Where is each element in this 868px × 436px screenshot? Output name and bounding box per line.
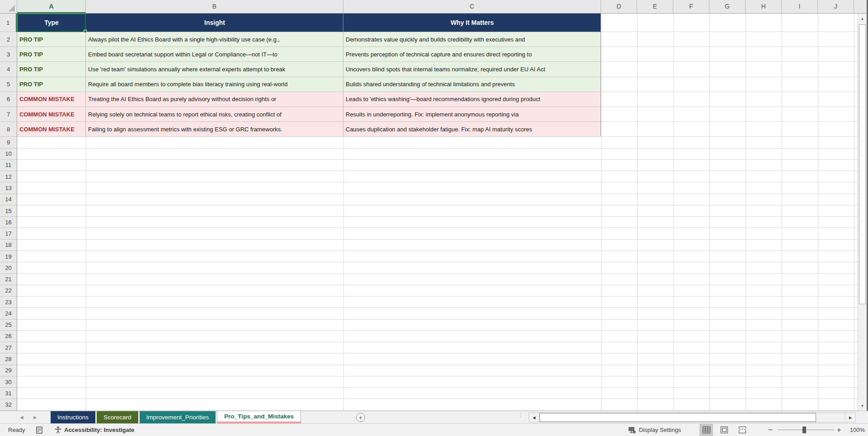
- horizontal-scrollbar-thumb[interactable]: [540, 413, 816, 422]
- column-header-f[interactable]: F: [673, 0, 709, 13]
- column-header-i[interactable]: I: [782, 0, 818, 13]
- column-header-e[interactable]: E: [637, 0, 673, 13]
- row-header-24[interactable]: 24: [0, 308, 17, 319]
- cell-type[interactable]: PRO TIP: [17, 77, 86, 92]
- display-settings-button[interactable]: Display Settings: [628, 424, 681, 436]
- row-header-2[interactable]: 2: [0, 32, 17, 47]
- vertical-scrollbar[interactable]: ▲ ▼: [858, 14, 867, 411]
- row-header-12[interactable]: 12: [0, 171, 17, 182]
- row-header-4[interactable]: 4: [0, 62, 17, 77]
- row-header-14[interactable]: 14: [0, 194, 17, 205]
- grid-row-31[interactable]: [17, 388, 858, 399]
- scroll-left-icon[interactable]: ◀: [529, 413, 540, 422]
- grid-row-23[interactable]: [17, 297, 858, 308]
- cell-type[interactable]: COMMON MISTAKE: [17, 92, 86, 107]
- row-header-23[interactable]: 23: [0, 297, 17, 308]
- row-header-16[interactable]: 16: [0, 217, 17, 228]
- grid-row-26[interactable]: [17, 331, 858, 342]
- row-header-5[interactable]: 5: [0, 77, 17, 92]
- grid-row-29[interactable]: [17, 365, 858, 376]
- sheet-nav-right-icon[interactable]: ▶: [33, 411, 37, 423]
- grid-row-25[interactable]: [17, 320, 858, 331]
- grid-row-12[interactable]: [17, 171, 858, 182]
- cell-type[interactable]: PRO TIP: [17, 32, 86, 46]
- column-header-j[interactable]: J: [818, 0, 854, 13]
- row-header-15[interactable]: 15: [0, 205, 17, 217]
- grid-row-27[interactable]: [17, 342, 858, 353]
- cell-type[interactable]: PRO TIP: [17, 62, 86, 76]
- page-break-preview-button[interactable]: [736, 424, 749, 436]
- zoom-level[interactable]: 100%: [846, 424, 865, 436]
- row-header-25[interactable]: 25: [0, 320, 17, 331]
- row-header-11[interactable]: 11: [0, 160, 17, 171]
- cell-type[interactable]: COMMON MISTAKE: [17, 107, 86, 121]
- cell-why-it-matters[interactable]: Prevents perception of technical capture…: [343, 47, 601, 61]
- column-header-a[interactable]: A: [17, 0, 86, 13]
- normal-view-button[interactable]: [699, 424, 713, 436]
- scroll-up-icon[interactable]: ▲: [858, 14, 867, 23]
- row-header-1[interactable]: 1: [0, 14, 17, 32]
- grid-row-10[interactable]: [17, 148, 858, 160]
- cell-why-it-matters[interactable]: Causes duplication and stakeholder fatig…: [343, 122, 601, 136]
- row-header-17[interactable]: 17: [0, 228, 17, 239]
- grid-row-16[interactable]: [17, 217, 858, 228]
- header-cell-type[interactable]: Type: [17, 14, 86, 32]
- cell-insight[interactable]: Failing to align assessment metrics with…: [86, 122, 343, 136]
- cell-insight[interactable]: Require all board members to complete bi…: [86, 77, 343, 92]
- row-header-22[interactable]: 22: [0, 285, 17, 297]
- sheet-tab-pro_tips_and_mistakes[interactable]: Pro_Tips_and_Mistakes: [217, 411, 301, 423]
- sheet-tab-improvement_priorities[interactable]: Improvement_Priorities: [140, 411, 216, 423]
- header-cell-why-it-matters[interactable]: Why It Matters: [343, 14, 601, 32]
- grid-row-30[interactable]: [17, 376, 858, 388]
- vertical-scrollbar-thumb[interactable]: [859, 24, 866, 304]
- grid-row-22[interactable]: [17, 285, 858, 297]
- row-header-13[interactable]: 13: [0, 182, 17, 194]
- sheet-tab-scorecard[interactable]: Scorecard: [97, 411, 138, 423]
- row-header-29[interactable]: 29: [0, 365, 17, 376]
- row-header-18[interactable]: 18: [0, 240, 17, 251]
- cell-why-it-matters[interactable]: Leads to 'ethics washing'—board recommen…: [343, 92, 601, 107]
- cell-why-it-matters[interactable]: Uncovers blind spots that internal teams…: [343, 62, 601, 76]
- zoom-out-button[interactable]: −: [768, 424, 773, 436]
- grid-row-19[interactable]: [17, 251, 858, 262]
- cell-why-it-matters[interactable]: Builds shared understanding of technical…: [343, 77, 601, 92]
- cell-insight[interactable]: Relying solely on technical teams to rep…: [86, 107, 343, 121]
- grid-row-21[interactable]: [17, 274, 858, 285]
- cell-insight[interactable]: Always pilot the AI Ethics Board with a …: [86, 32, 343, 46]
- cell-type[interactable]: COMMON MISTAKE: [17, 122, 86, 136]
- horizontal-scrollbar[interactable]: ◀ ▶: [529, 413, 856, 422]
- row-header-7[interactable]: 7: [0, 107, 17, 122]
- cell-why-it-matters[interactable]: Demonstrates value quickly and builds cr…: [343, 32, 601, 46]
- row-header-6[interactable]: 6: [0, 92, 17, 107]
- add-sheet-button[interactable]: +: [356, 413, 365, 422]
- grid-row-11[interactable]: [17, 160, 858, 171]
- cell-why-it-matters[interactable]: Results in underreporting. Fix: implemen…: [343, 107, 601, 121]
- scroll-down-icon[interactable]: ▼: [858, 401, 867, 411]
- sheet-tab-instructions[interactable]: Instructions: [51, 411, 95, 423]
- cell-insight[interactable]: Embed board secretariat support within L…: [86, 47, 343, 61]
- zoom-in-button[interactable]: +: [837, 424, 841, 436]
- row-header-21[interactable]: 21: [0, 274, 17, 285]
- cell-insight[interactable]: Use 'red team' simulations annually wher…: [86, 62, 343, 76]
- macro-record-icon[interactable]: [36, 424, 42, 436]
- grid-row-20[interactable]: [17, 262, 858, 274]
- column-header-b[interactable]: B: [86, 0, 343, 13]
- tab-scrollbar-splitter[interactable]: ⋮: [518, 413, 521, 422]
- row-header-10[interactable]: 10: [0, 148, 17, 160]
- row-header-32[interactable]: 32: [0, 399, 17, 410]
- select-all-corner[interactable]: [0, 0, 17, 13]
- cell-type[interactable]: PRO TIP: [17, 47, 86, 61]
- row-header-27[interactable]: 27: [0, 342, 17, 353]
- row-header-30[interactable]: 30: [0, 376, 17, 388]
- row-header-9[interactable]: 9: [0, 137, 17, 148]
- column-header-h[interactable]: H: [746, 0, 782, 13]
- column-header-g[interactable]: G: [709, 0, 746, 13]
- zoom-slider-handle[interactable]: [802, 427, 806, 433]
- column-header-c[interactable]: C: [343, 0, 601, 13]
- sheet-nav-left-icon[interactable]: ◀: [20, 411, 23, 423]
- grid-row-13[interactable]: [17, 182, 858, 194]
- row-header-19[interactable]: 19: [0, 251, 17, 262]
- header-cell-insight[interactable]: Insight: [86, 14, 343, 32]
- grid-row-32[interactable]: [17, 399, 858, 410]
- row-header-3[interactable]: 3: [0, 47, 17, 62]
